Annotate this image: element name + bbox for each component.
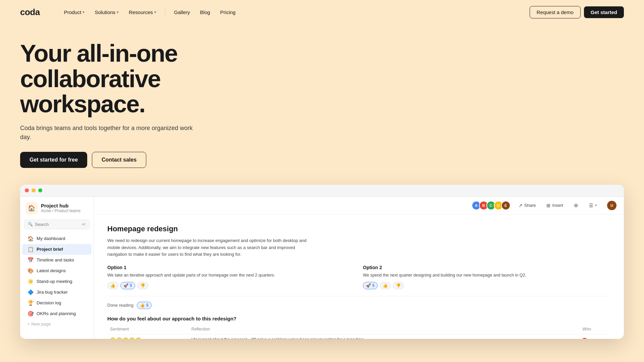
sidebar-item-label: OKRs and planning bbox=[37, 311, 76, 316]
search-icon: 🔍 bbox=[28, 222, 33, 227]
poll-table: Sentiment Reflection Who 😊😊😊😊😊 I feel g bbox=[107, 325, 610, 339]
more-button[interactable]: ☰ ▾ bbox=[586, 201, 600, 210]
sidebar-item-label: Jira bug tracker bbox=[37, 290, 68, 295]
nav-blog[interactable]: Blog bbox=[196, 7, 214, 18]
gear-icon: ⚙ bbox=[574, 203, 578, 208]
chevron-down-icon: ▾ bbox=[595, 203, 597, 207]
main-content: A B C D E ↗ Share ⊞ Insert bbox=[94, 197, 624, 339]
nav-pricing[interactable]: Pricing bbox=[216, 7, 239, 18]
window-minimize-dot[interactable] bbox=[32, 188, 36, 192]
option1-card: Option 1 We take an iterative approach a… bbox=[107, 265, 355, 289]
project-brief-icon: 📋 bbox=[28, 246, 34, 252]
toolbar-avatars: A B C D E bbox=[474, 201, 511, 210]
sidebar-item-dashboard[interactable]: 🏠 My dashboard bbox=[22, 233, 92, 244]
hero-title: Your all-in-one collaborative workspace. bbox=[20, 41, 268, 117]
sidebar-item-standup[interactable]: ☀️ Stand-up meeting bbox=[22, 276, 92, 287]
done-reading-row: Done reading 👍 5 bbox=[107, 302, 610, 309]
hero-subtitle: Coda brings teams and tools together for… bbox=[20, 124, 195, 142]
workspace-icon: 🏠 bbox=[25, 202, 38, 214]
get-started-button[interactable]: Get started bbox=[584, 6, 624, 18]
poll-col-sentiment: Sentiment bbox=[107, 325, 189, 335]
poll-row: 😊😊😊😊😊 I feel great about the proposal—it… bbox=[107, 334, 610, 339]
doc-body: We need to redesign our current homepage… bbox=[107, 237, 309, 258]
poll-reflection: I feel great about the proposal—it'll so… bbox=[189, 334, 580, 339]
poll-title: How do you feel about our approach to th… bbox=[107, 316, 610, 321]
option2-label: Option 2 bbox=[363, 265, 610, 270]
standup-icon: ☀️ bbox=[28, 279, 34, 285]
sidebar-item-label: My dashboard bbox=[37, 236, 65, 241]
search-input[interactable] bbox=[35, 222, 79, 227]
insert-button[interactable]: ⊞ Insert bbox=[544, 201, 566, 210]
sidebar-item-designs[interactable]: 🎨 Latest designs bbox=[22, 265, 92, 276]
sidebar-search-box[interactable]: 🔍 ≪ bbox=[24, 220, 90, 229]
chevron-down-icon: ▾ bbox=[154, 10, 156, 14]
divider bbox=[107, 296, 610, 296]
navbar: coda Product ▾ Solutions ▾ Resources ▾ G… bbox=[0, 0, 644, 24]
option1-reactions: 👍 🚀 5 👎 bbox=[107, 282, 355, 289]
main-toolbar: A B C D E ↗ Share ⊞ Insert bbox=[94, 197, 624, 215]
sidebar-item-label: Decision log bbox=[37, 300, 61, 305]
sidebar-item-project-brief[interactable]: 📋 Project brief bbox=[22, 244, 92, 255]
sidebar-item-label: Timeline and tasks bbox=[37, 257, 74, 262]
contact-sales-button[interactable]: Contact sales bbox=[92, 152, 146, 168]
options-grid: Option 1 We take an iterative approach a… bbox=[107, 265, 610, 289]
poll-who: U bbox=[580, 334, 610, 339]
chevron-down-icon: ▾ bbox=[117, 10, 119, 14]
share-icon: ↗ bbox=[519, 203, 523, 208]
sidebar-item-okrs[interactable]: 🎯 OKRs and planning bbox=[22, 308, 92, 319]
rocket-reaction[interactable]: 🚀 5 bbox=[120, 282, 135, 289]
user-avatar[interactable]: U bbox=[606, 200, 617, 211]
poll-col-who: Who bbox=[580, 325, 610, 335]
option2-text: We spend the next quarter designing and … bbox=[363, 272, 610, 279]
chevron-down-icon: ▾ bbox=[83, 10, 85, 14]
dashboard-icon: 🏠 bbox=[28, 236, 34, 242]
nav-gallery[interactable]: Gallery bbox=[170, 7, 194, 18]
window-close-dot[interactable] bbox=[25, 188, 29, 192]
sidebar: 🏠 Project hub Acme / Product teams 🔍 ≪ 🏠… bbox=[20, 197, 94, 339]
designs-icon: 🎨 bbox=[28, 268, 34, 274]
sidebar-breadcrumb: Acme / Product teams bbox=[41, 208, 80, 213]
app-window-wrap: 🏠 Project hub Acme / Product teams 🔍 ≪ 🏠… bbox=[0, 185, 644, 339]
rocket-reaction2[interactable]: 🚀 5 bbox=[363, 282, 378, 289]
get-started-free-button[interactable]: Get started for free bbox=[20, 152, 87, 168]
sidebar-item-jira[interactable]: 🔷 Jira bug tracker bbox=[22, 287, 92, 298]
nav-right: Request a demo Get started bbox=[530, 6, 624, 18]
settings-button[interactable]: ⚙ bbox=[571, 201, 581, 210]
timeline-icon: 📅 bbox=[28, 257, 34, 263]
thumbsup-reaction2[interactable]: 👍 bbox=[380, 282, 391, 289]
logo[interactable]: coda bbox=[20, 7, 40, 17]
sidebar-item-label: Stand-up meeting bbox=[37, 279, 72, 284]
nav-divider bbox=[165, 9, 165, 15]
sidebar-item-decision-log[interactable]: 🏆 Decision log bbox=[22, 298, 92, 308]
done-reading-reaction[interactable]: 👍 5 bbox=[137, 302, 152, 309]
jira-icon: 🔷 bbox=[28, 289, 34, 295]
window-body: 🏠 Project hub Acme / Product teams 🔍 ≪ 🏠… bbox=[20, 197, 624, 339]
okrs-icon: 🎯 bbox=[28, 311, 34, 317]
decision-log-icon: 🏆 bbox=[28, 300, 34, 306]
thumbsup-reaction[interactable]: 👍 bbox=[107, 282, 118, 289]
doc-title: Homepage redesign bbox=[107, 225, 610, 233]
nav-links: Product ▾ Solutions ▾ Resources ▾ Galler… bbox=[60, 7, 530, 18]
hero-buttons: Get started for free Contact sales bbox=[20, 152, 624, 168]
share-button[interactable]: ↗ Share bbox=[516, 201, 539, 210]
sidebar-item-label: Latest designs bbox=[37, 268, 66, 273]
nav-product[interactable]: Product ▾ bbox=[60, 7, 89, 18]
sidebar-item-label: Project brief bbox=[37, 247, 63, 252]
poll-sentiment: 😊😊😊😊😊 bbox=[107, 334, 189, 339]
option2-card: Option 2 We spend the next quarter desig… bbox=[363, 265, 610, 289]
window-maximize-dot[interactable] bbox=[38, 188, 42, 192]
request-demo-button[interactable]: Request a demo bbox=[530, 6, 581, 18]
poll-col-reflection: Reflection bbox=[189, 325, 580, 335]
sidebar-logo-area: 🏠 Project hub Acme / Product teams bbox=[20, 202, 94, 218]
sidebar-new-page[interactable]: + New page bbox=[22, 319, 92, 329]
avatar: U bbox=[581, 337, 589, 339]
done-reading-label: Done reading bbox=[107, 303, 133, 308]
nav-solutions[interactable]: Solutions ▾ bbox=[91, 7, 123, 18]
sidebar-item-timeline[interactable]: 📅 Timeline and tasks bbox=[22, 255, 92, 265]
collapse-icon[interactable]: ≪ bbox=[82, 222, 86, 227]
insert-icon: ⊞ bbox=[546, 203, 550, 208]
app-window: 🏠 Project hub Acme / Product teams 🔍 ≪ 🏠… bbox=[20, 185, 624, 339]
thumbsdown-reaction2[interactable]: 👎 bbox=[393, 282, 404, 289]
nav-resources[interactable]: Resources ▾ bbox=[125, 7, 160, 18]
thumbsdown-reaction[interactable]: 👎 bbox=[137, 282, 148, 289]
